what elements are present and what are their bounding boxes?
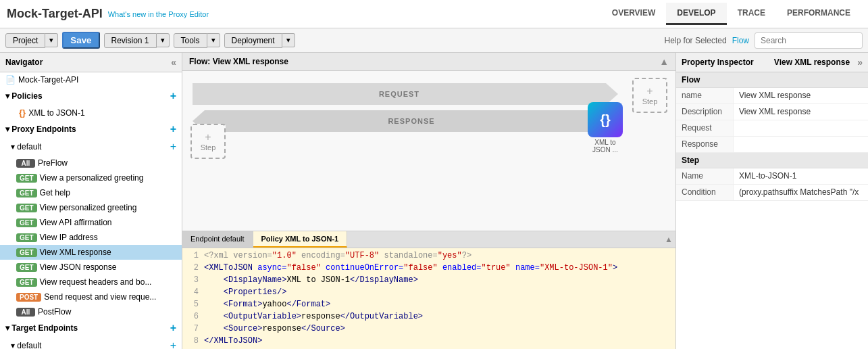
default-target-label: ▾ default [11,341,41,349]
proxy-label: ▾ Proxy Endpoints [5,124,76,134]
badge-all-post: All [16,308,35,317]
center-panel: Flow: View XML response ▲ + Step REQUEST [182,53,675,349]
prop-label-request: Request [676,120,734,136]
right-panel-collapse[interactable]: » [857,57,863,68]
code-line-4: 4 <Properties/> [182,286,675,298]
default-proxy-add[interactable]: + [170,141,176,153]
revision-dropdown[interactable]: ▾ [157,33,170,47]
project-group: Project ▾ [5,33,58,48]
sidebar-section-target[interactable]: ▾ Target Endpoints + [0,319,182,337]
sidebar-item-greeting[interactable]: GET View a personalized greeting [0,170,182,185]
tab-endpoint-default[interactable]: Endpoint default [182,231,253,248]
prop-row-response: Response [676,137,868,153]
sidebar-section-default-target[interactable]: ▾ default + [0,337,182,349]
top-nav: OVERVIEW DEVELOP TRACE PERFORMANCE [601,3,861,25]
xml-json-label: XML to JSON ... [592,139,618,154]
top-bar-left: Mock-Target-API What's new in the Proxy … [7,7,209,21]
policies-add[interactable]: + [170,90,176,102]
step-box-bottom[interactable]: + Step [190,124,226,159]
policy-label: XML to JSON-1 [28,108,85,118]
prop-value-response [734,137,868,152]
nav-performance[interactable]: PERFORMANCE [776,3,861,25]
sidebar-api-name[interactable]: 📄 Mock-Target-API [0,72,182,87]
tools-dropdown[interactable]: ▾ [207,33,220,47]
policies-label: ▾ Policies [5,91,43,101]
code-line-8: 8 </XMLToJSON> [182,335,675,347]
prop-section-step: Step [676,153,868,168]
policy-step[interactable]: {} XML to JSON ... [588,102,623,154]
toolbar-right: Help for Selected Flow [665,32,863,49]
api-icon: 📄 [5,75,16,85]
nav-overview[interactable]: OVERVIEW [601,3,666,25]
badge-get-headers: GET [16,278,37,287]
sidebar-item-personalized[interactable]: GET View personalized greeting [0,200,182,215]
step-label-top: Step [642,97,658,106]
request-body: REQUEST [193,83,606,105]
request-label: REQUEST [379,90,419,98]
response-body: RESPONSE [205,110,618,132]
deployment-dropdown[interactable]: ▾ [282,33,295,47]
response-label: RESPONSE [388,117,434,125]
plus-icon-top: + [646,85,653,97]
default-proxy-label: ▾ default [11,142,41,152]
plus-icon-bottom: + [205,131,211,143]
flow-collapse[interactable]: ▲ [659,56,669,67]
sidebar-item-headers[interactable]: GET View request headers and bo... [0,275,182,289]
code-editor[interactable]: 1 <?xml version="1.0" encoding="UTF-8" s… [182,248,675,349]
sidebar-item-xml-response[interactable]: GET View XML response [0,245,182,260]
sidebar-section-default-proxy[interactable]: ▾ default + [0,138,182,156]
badge-get-xml: GET [16,248,37,257]
badge-get-json: GET [16,263,37,272]
sidebar-item-send-request[interactable]: POST Send request and view reque... [0,289,182,304]
target-add[interactable]: + [170,322,176,334]
project-button[interactable]: Project [5,33,45,48]
preflow-label: PreFlow [38,158,68,168]
app-subtitle[interactable]: What's new in the Proxy Editor [108,10,209,18]
sidebar-item-json-response[interactable]: GET View JSON response [0,260,182,275]
ip-label: View IP address [40,233,98,242]
sidebar-item-postflow[interactable]: All PostFlow [0,304,182,319]
proxy-add[interactable]: + [170,123,176,135]
json-label: View JSON response [40,262,117,272]
property-inspector-title: Property Inspector [682,57,754,67]
save-button[interactable]: Save [62,32,99,49]
prop-value-name: View XML response [734,88,868,103]
tools-button[interactable]: Tools [174,33,207,48]
search-input[interactable] [755,32,863,49]
prop-value-step-name: XML-to-JSON-1 [734,168,868,184]
deployment-group: Deployment ▾ [224,33,295,48]
sidebar: Navigator « 📄 Mock-Target-API ▾ Policies… [0,53,182,349]
code-line-6: 6 <OutputVariable>response</OutputVariab… [182,310,675,323]
sidebar-item-preflow[interactable]: All PreFlow [0,156,182,170]
sidebar-item-affirmation[interactable]: GET View API affirmation [0,215,182,230]
deployment-button[interactable]: Deployment [224,33,282,48]
sidebar-collapse[interactable]: « [171,57,176,68]
prop-label-step-name: Name [676,168,734,184]
sidebar-item-gethelp[interactable]: GET Get help [0,185,182,200]
headers-label: View request headers and bo... [40,277,152,287]
prop-value-request [734,120,868,136]
badge-all-preflow: All [16,159,35,168]
nav-develop[interactable]: DEVELOP [666,3,726,25]
revision-button[interactable]: Revision 1 [104,33,157,48]
app-title: Mock-Target-API [7,7,103,21]
sidebar-item-ip[interactable]: GET View IP address [0,230,182,245]
gethelp-label: Get help [40,188,70,197]
sidebar-section-policies[interactable]: ▾ Policies + [0,87,182,105]
code-line-5: 5 <Format>yahoo</Format> [182,298,675,310]
nav-trace[interactable]: TRACE [727,3,776,25]
badge-get-affirmation: GET [16,218,37,227]
sidebar-section-proxy[interactable]: ▾ Proxy Endpoints + [0,120,182,138]
project-dropdown[interactable]: ▾ [45,33,58,47]
prop-row-condition: Condition (proxy.pathsuffix MatchesPath … [676,185,868,201]
code-collapse[interactable]: ▲ [665,235,673,244]
flow-link[interactable]: Flow [732,36,749,45]
sidebar-item-xml-json[interactable]: {} XML to JSON-1 [0,105,182,120]
prop-step-label: Step [682,156,699,165]
prop-label-condition: Condition [676,185,734,200]
revision-group: Revision 1 ▾ [104,33,170,48]
step-box-top[interactable]: + Step [632,78,667,113]
default-target-add[interactable]: + [170,340,176,349]
sidebar-header: Navigator « [0,53,182,72]
tab-policy-xml[interactable]: Policy XML to JSON-1 [253,231,348,248]
